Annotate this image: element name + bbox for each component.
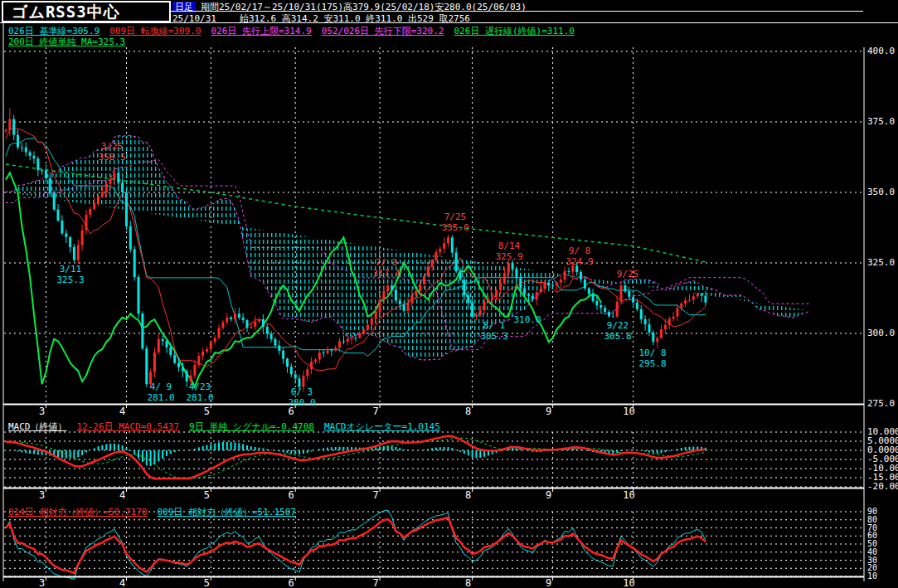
- legend-chikou[interactable]: 026日 遅行線(終値)=311.0: [454, 26, 574, 36]
- month-label: 4: [119, 406, 125, 416]
- legend-rsi-9[interactable]: 009日 相対力（終値）=51.1507: [157, 507, 295, 518]
- month-label: 6: [289, 578, 294, 588]
- ma-legend: 200日 終値単純 MA=325.3: [8, 36, 135, 48]
- month-label: 5: [204, 490, 210, 500]
- month-label: 5: [204, 406, 210, 416]
- rsi-axis-tick: 10: [867, 572, 877, 581]
- instrument-title: ゴムRSS3中心: [2, 1, 171, 22]
- legend-senkou-upper[interactable]: 026日 先行上限=314.9: [211, 26, 311, 36]
- legend-macd-signal[interactable]: 9日 単純 シグナル=-0.4708: [189, 421, 314, 432]
- month-label: 3: [39, 490, 45, 500]
- month-label: 10: [623, 406, 634, 416]
- header-divider-2: [0, 22, 898, 23]
- price-axis-tick: 375.0: [867, 117, 895, 126]
- legend-macd-line[interactable]: 12-26日 MACD=0.5437: [77, 421, 180, 432]
- price-annotation: 8/ 1 305.3: [480, 320, 507, 342]
- price-annotation: 6/ 3 280.0: [288, 386, 315, 408]
- rsi-legend: 014日 相対力（終値）=50.7170009日 相対力（終値）=51.1507: [8, 506, 306, 518]
- price-annotation: 7/ 3 317.4: [372, 257, 400, 279]
- month-label: 7: [372, 406, 378, 416]
- month-label: 8: [465, 578, 471, 588]
- month-label: 7: [372, 490, 378, 500]
- month-label: 10: [623, 578, 634, 588]
- instrument-title-label: ゴムRSS3中心: [12, 2, 120, 21]
- price-axis-tick: 350.0: [867, 187, 895, 197]
- price-annotation: 3/25 358.5: [98, 141, 125, 163]
- price-axis-tick: 400.0: [867, 46, 895, 56]
- price-annotation: 4/23 281.0: [186, 381, 213, 403]
- month-label: 3: [39, 406, 45, 416]
- month-label: 4: [119, 578, 125, 588]
- price-annotation: 7/25 335.0: [441, 211, 468, 233]
- price-annotation: 3/11 325.3: [56, 264, 84, 285]
- month-label: 8: [465, 490, 471, 500]
- legend-ma200[interactable]: 200日 終値単純 MA=325.3: [8, 36, 125, 47]
- legend-senkou-lower[interactable]: 052/026日 先行下限=320.2: [322, 26, 444, 36]
- price-annotation: 10/ 8 295.8: [638, 347, 666, 369]
- month-label: 9: [546, 578, 551, 588]
- legend-macd-title: MACD（終値）: [8, 421, 67, 432]
- month-label: 10: [623, 490, 634, 500]
- macd-axis-tick: -20.0000: [867, 482, 898, 491]
- month-label: 4: [119, 490, 125, 500]
- month-label: 9: [546, 406, 551, 416]
- month-label: 9: [546, 490, 551, 500]
- month-label: 7: [372, 578, 378, 588]
- chart-application-window: ゴムRSS3中心 日足期間25/02/17～25/10/31(175)高379.…: [0, 0, 898, 588]
- header-divider-1: [170, 11, 863, 12]
- chart-canvas: [0, 0, 898, 588]
- price-annotation: 310.0: [513, 314, 541, 325]
- price-annotation: 8/14 325.9: [495, 241, 522, 262]
- price-axis-tick: 300.0: [867, 328, 895, 338]
- month-label: 5: [204, 578, 210, 588]
- price-annotation: 9/ 8 324.9: [565, 245, 593, 267]
- price-axis-tick: 325.0: [867, 258, 895, 267]
- price-annotation: 9/22 305.8: [604, 320, 631, 342]
- month-label: 6: [289, 490, 294, 500]
- legend-macd-osc[interactable]: MACDオシレーター=1.0145: [324, 421, 440, 432]
- macd-legend: MACD（終値）12-26日 MACD=0.54379日 単純 シグナル=-0.…: [8, 420, 450, 433]
- price-axis-tick: 275.0: [867, 399, 895, 408]
- price-annotation: 9/25: [617, 269, 639, 279]
- price-annotation: 4/ 9 281.0: [147, 381, 174, 403]
- month-label: 8: [465, 406, 471, 416]
- legend-rsi-14[interactable]: 014日 相対力（終値）=50.7170: [8, 507, 147, 518]
- month-label: 3: [39, 578, 45, 588]
